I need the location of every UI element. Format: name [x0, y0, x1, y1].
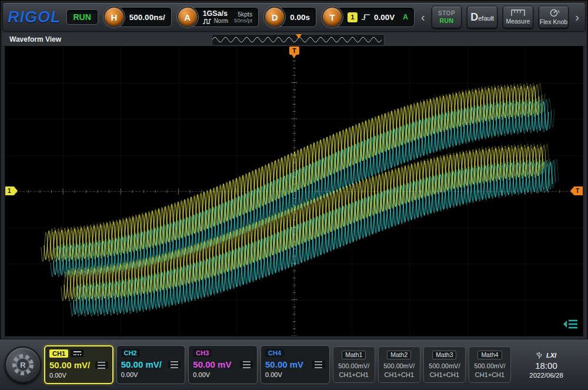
delay-value: 0.00s	[290, 13, 310, 22]
usb-icon	[536, 351, 542, 359]
math3-expression: CH1+CH1	[424, 371, 465, 378]
run-status-badge: RUN	[66, 9, 98, 25]
rising-edge-icon	[361, 13, 370, 21]
sample-resolution: 50ns/pt	[234, 18, 252, 24]
flex-knob-button[interactable]: Flex Knob	[539, 6, 569, 28]
acquire-mode: Norm	[214, 18, 228, 25]
lxi-icon: LXI	[546, 352, 556, 359]
ch3-label[interactable]: CH3	[193, 349, 212, 357]
timebase-box[interactable]: 500.00ns/	[117, 7, 172, 27]
acquisition-control: A 1GSa/s Norm 5kpts 50ns/pt	[177, 6, 259, 28]
delay-knob[interactable]: D	[264, 6, 285, 28]
trigger-level: 0.00V	[374, 13, 395, 22]
waveform-canvas[interactable]	[5, 46, 583, 336]
channel-panel-ch1[interactable]: CH1 50.00 mV/ 0.00V	[44, 345, 113, 384]
channel-panel-ch2[interactable]: CH2 50.00 mV/ 0.00V	[116, 345, 186, 384]
ch2-offset: 0.00V	[121, 371, 181, 378]
status-area: LXI 18:00 2022/06/28	[514, 351, 583, 379]
math1-scale: 500.00mV/	[333, 362, 375, 369]
clock-time: 18:00	[514, 361, 579, 371]
math2-expression: CH1+CH1	[379, 371, 420, 378]
rigol-logo: RIGOL	[8, 8, 61, 26]
knob-icon	[548, 9, 560, 17]
trigger-knob[interactable]: T	[322, 6, 343, 28]
ch1-scale: 50.00 mV/	[49, 360, 90, 370]
ch4-offset: 0.00V	[265, 371, 325, 378]
math3-panel[interactable]: Math3 500.00mV/ CH1+CH1	[423, 346, 466, 383]
top-toolbar: RIGOL RUN H 500.00ns/ A 1GSa/s Norm 5kpt…	[2, 2, 586, 32]
math1-expression: CH1+CH1	[333, 371, 375, 378]
memory-depth: 5kpts	[238, 11, 252, 18]
ch2-menu-icon[interactable]	[168, 361, 181, 368]
measure-icon	[511, 9, 525, 16]
rigol-gear-logo[interactable]: R	[5, 346, 41, 383]
trigger-control: T 1 0.00V A	[322, 6, 415, 28]
math2-panel[interactable]: Math2 500.00mV/ CH1+CH1	[378, 346, 420, 383]
ch1-menu-icon[interactable]	[95, 361, 108, 369]
default-label: Default	[470, 11, 494, 24]
ch3-scale: 50.00 mV	[193, 359, 231, 369]
view-title: Waveform View	[2, 35, 61, 44]
ch2-label[interactable]: CH2	[121, 349, 140, 357]
math4-label: Math4	[477, 351, 502, 359]
ch3-menu-icon[interactable]	[240, 361, 253, 368]
math2-label: Math2	[387, 351, 411, 359]
horizontal-position-scrollbar[interactable]	[212, 34, 385, 46]
view-title-bar: Waveform View	[2, 33, 586, 46]
run-label: RUN	[439, 17, 453, 24]
menu-collapse-icon[interactable]	[563, 318, 578, 332]
trigger-box[interactable]: 1 0.00V A	[335, 7, 415, 27]
sample-rate: 1GSa/s	[203, 9, 228, 18]
channel-panel-ch4[interactable]: CH4 50.00 mV 0.00V	[260, 345, 330, 384]
math4-panel[interactable]: Math4 500.00mV/ CH1+CH1	[469, 346, 511, 383]
default-button[interactable]: Default	[467, 6, 497, 28]
stop-run-button[interactable]: STOP RUN	[432, 6, 462, 28]
ch4-scale: 50.00 mV	[265, 359, 303, 369]
flex-knob-label: Flex Knob	[540, 18, 567, 25]
oscilloscope-screen: RIGOL RUN H 500.00ns/ A 1GSa/s Norm 5kpt…	[0, 0, 588, 390]
timebase-value: 500.00ns/	[129, 13, 165, 22]
acquisition-knob[interactable]: A	[177, 6, 198, 28]
ch1-offset: 0.00V	[49, 372, 108, 379]
stop-label: STOP	[438, 10, 455, 16]
ch1-coupling-icon[interactable]	[71, 349, 83, 357]
bottom-status-bar: R CH1 50.00 mV/ 0.00V CH2 50.00 mV/ 0.00…	[0, 339, 588, 390]
math3-label: Math3	[432, 351, 456, 359]
horizontal-control: H 500.00ns/	[103, 6, 172, 28]
ch4-menu-icon[interactable]	[312, 361, 325, 368]
toolbar-nav-right[interactable]: ›	[574, 6, 580, 28]
math4-expression: CH1+CH1	[469, 371, 510, 378]
horizontal-knob[interactable]: H	[103, 6, 125, 28]
ch3-offset: 0.00V	[193, 371, 253, 378]
svg-text:R: R	[20, 361, 26, 369]
delay-control: D 0.00s	[264, 6, 316, 28]
waveform-display[interactable]: T 1 T	[5, 46, 583, 336]
scroll-position-marker[interactable]	[296, 34, 302, 39]
channel-panel-ch3[interactable]: CH3 50.00 mV 0.00V	[188, 345, 258, 384]
trigger-source-chip[interactable]: 1	[348, 12, 358, 22]
math1-panel[interactable]: Math1 500.00mV/ CH1+CH1	[333, 346, 375, 383]
math2-scale: 500.00mV/	[379, 362, 420, 369]
ch1-label[interactable]: CH1	[49, 349, 68, 358]
math1-label: Math1	[342, 351, 366, 359]
clock-date: 2022/06/28	[514, 372, 579, 379]
toolbar-nav-left[interactable]: ‹	[420, 6, 426, 28]
acquisition-box[interactable]: 1GSa/s Norm 5kpts 50ns/pt	[191, 7, 259, 27]
math3-scale: 500.00mV/	[424, 362, 465, 369]
math4-scale: 500.00mV/	[469, 362, 510, 369]
trigger-position-marker[interactable]: T	[289, 46, 299, 55]
trigger-status: A	[403, 13, 408, 21]
square-wave-icon	[203, 19, 212, 24]
ch4-label[interactable]: CH4	[265, 349, 284, 357]
measure-label: Measure	[506, 18, 530, 25]
measure-button[interactable]: Measure	[503, 6, 533, 28]
ch2-scale: 50.00 mV/	[121, 359, 162, 369]
